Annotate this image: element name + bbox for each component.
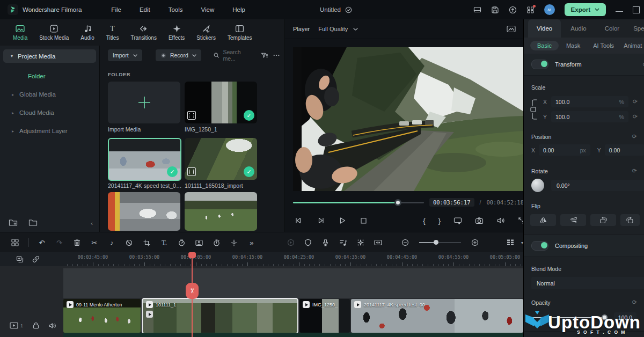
toolbox-grid-button[interactable] — [8, 236, 23, 250]
upload-cloud-icon[interactable] — [509, 6, 517, 14]
tab-video[interactable]: Video — [528, 19, 561, 38]
sidebar-item-project-media[interactable]: ▾ Project Media — [3, 49, 96, 63]
beat-detection-button[interactable] — [335, 236, 351, 250]
detach-audio-button[interactable]: ♪ — [104, 236, 120, 250]
timeline-clip-speedtest[interactable]: 20141117_4K speed test_00 — [351, 299, 523, 333]
track-manager-button[interactable] — [502, 236, 518, 250]
timeline-clip-train[interactable]: 101111_1 — [142, 298, 298, 334]
ribbon-tab-media[interactable]: Media — [13, 24, 27, 41]
subtab-mask[interactable]: Mask — [561, 41, 586, 50]
lock-track-icon[interactable] — [33, 322, 39, 329]
disable-clip-button[interactable] — [122, 236, 137, 250]
timeline-zoom-slider[interactable] — [419, 242, 461, 243]
mute-track-icon[interactable] — [49, 323, 56, 329]
motion-tracking-button[interactable] — [226, 236, 242, 250]
ribbon-tab-audio[interactable]: Audio — [80, 24, 94, 41]
keyframe-button[interactable] — [370, 236, 386, 250]
snapshot-camera-icon[interactable] — [475, 217, 484, 224]
stop-icon[interactable] — [360, 217, 367, 224]
speed-button[interactable] — [174, 236, 189, 250]
subtab-basic[interactable]: Basic — [530, 41, 559, 50]
crop-button[interactable] — [139, 236, 155, 250]
flip-vertical-button[interactable] — [560, 214, 586, 226]
folder-icon[interactable] — [28, 218, 38, 226]
transform-toggle[interactable] — [531, 60, 548, 69]
media-tile-speed-test[interactable]: ✓ — [108, 138, 181, 181]
media-tile-train-import[interactable]: ✓ — [185, 138, 257, 180]
media-tile-soccer[interactable] — [185, 192, 257, 231]
scale-x-reset-icon[interactable]: ⟳ — [633, 98, 638, 105]
tab-color[interactable]: Color — [596, 25, 628, 32]
timeline-ruler[interactable]: 00:03:45:0000:03:55:0000:04:05:0000:04:1… — [0, 252, 523, 267]
record-button[interactable]: Record — [156, 49, 201, 61]
play-icon[interactable] — [339, 217, 346, 224]
search-input[interactable]: Search me... — [214, 49, 250, 62]
rotate-ccw-button[interactable] — [590, 214, 616, 226]
ribbon-tab-transitions[interactable]: Transitions — [130, 24, 157, 41]
mark-in-icon[interactable]: { — [423, 217, 425, 225]
export-button[interactable]: Export — [565, 3, 606, 16]
mirror-display-icon[interactable] — [453, 217, 462, 224]
rotate-cw-button[interactable] — [620, 214, 640, 226]
rotate-reset-icon[interactable]: ⟳ — [632, 167, 637, 174]
minimize-button[interactable] — [616, 11, 623, 12]
playhead-split-badge[interactable]: ✂ — [186, 283, 199, 299]
menu-view[interactable]: View — [194, 6, 222, 13]
media-tile-truck[interactable] — [108, 192, 180, 231]
timeline-empty-lane[interactable] — [63, 268, 523, 298]
new-folder-icon[interactable] — [9, 218, 18, 226]
ribbon-tab-titles[interactable]: T Titles — [106, 24, 119, 41]
sidebar-item-cloud-media[interactable]: ▸ Cloud Media — [0, 106, 99, 120]
opacity-reset-icon[interactable]: ⟳ — [632, 299, 637, 306]
zoom-in-button[interactable] — [467, 236, 483, 250]
scale-y-input[interactable]: 100.0 % — [551, 111, 628, 122]
user-avatar[interactable]: ʍ — [544, 4, 555, 15]
ribbon-tab-effects[interactable]: Effects — [169, 24, 185, 41]
timeline-clip-menlo[interactable]: 09-11 Menlo Atherton — [63, 299, 141, 333]
ribbon-tab-stickers[interactable]: Stickers — [196, 24, 216, 41]
import-button[interactable]: Import — [108, 49, 142, 61]
split-button[interactable]: ✂ — [86, 236, 102, 250]
maximize-button[interactable] — [633, 6, 640, 13]
sidebar-item-folder[interactable]: Folder — [0, 69, 99, 83]
media-tile-img-1250[interactable]: ✓ — [185, 82, 257, 123]
subtab-animation[interactable]: Animat — [621, 41, 644, 50]
rotate-input[interactable]: 0.00° — [551, 180, 644, 191]
sidebar-item-adjustment-layer[interactable]: ▸ Adjustment Layer — [0, 124, 99, 138]
quality-selector[interactable]: Full Quality — [318, 26, 358, 32]
previous-frame-icon[interactable] — [295, 217, 303, 224]
more-options-icon[interactable] — [273, 54, 280, 56]
collapse-sidebar-icon[interactable]: ‹ — [91, 220, 93, 226]
rotate-knob[interactable] — [531, 179, 544, 192]
track-manager-caret-icon[interactable]: ▾ — [521, 240, 523, 245]
zoom-out-button[interactable] — [397, 236, 413, 250]
filter-icon[interactable] — [261, 52, 268, 59]
tab-speed[interactable]: Spe — [628, 25, 644, 32]
menu-edit[interactable]: Edit — [133, 6, 157, 13]
menu-file[interactable]: File — [104, 6, 128, 13]
video-track-icon[interactable] — [10, 322, 18, 329]
scale-y-reset-icon[interactable]: ⟳ — [633, 113, 638, 120]
compositing-toggle[interactable] — [531, 241, 548, 251]
scale-x-input[interactable]: 100.0 % — [551, 96, 628, 107]
menu-help[interactable]: Help — [225, 6, 252, 13]
ai-effects-button[interactable] — [353, 236, 369, 250]
blend-mode-select[interactable]: Normal — [531, 277, 644, 289]
masking-button[interactable] — [192, 236, 207, 250]
save-icon[interactable] — [491, 6, 499, 14]
timeline-clip-img[interactable]: IMG_1250_ — [299, 299, 350, 333]
display-mode-icon[interactable] — [473, 6, 481, 14]
position-reset-icon[interactable]: ⟳ — [632, 133, 637, 140]
playhead-marker[interactable] — [188, 252, 196, 258]
subtab-ai-tools[interactable]: AI Tools — [588, 41, 619, 50]
quality-shield-button[interactable] — [301, 236, 316, 250]
media-tile-import[interactable] — [108, 82, 180, 123]
sidebar-item-global-media[interactable]: ▸ Global Media — [0, 87, 99, 101]
flip-horizontal-button[interactable] — [530, 214, 556, 226]
menu-tools[interactable]: Tools — [162, 6, 190, 13]
timer-button[interactable] — [209, 236, 224, 250]
next-frame-icon[interactable] — [317, 217, 325, 224]
tab-audio[interactable]: Audio — [561, 25, 596, 32]
position-y-input[interactable]: 0.00 — [605, 144, 644, 156]
timeline-zoom-handle[interactable] — [434, 240, 438, 245]
